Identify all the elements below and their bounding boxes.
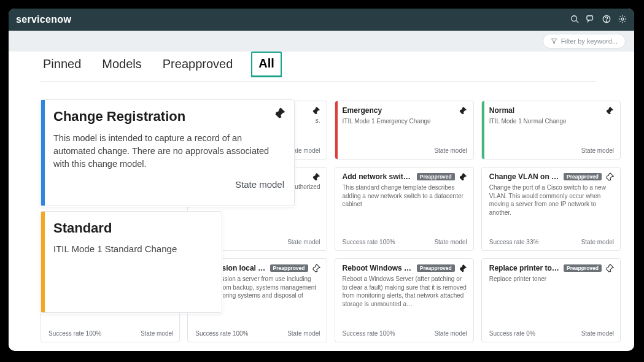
card-desc: ITIL Mode 1 Standard Change bbox=[53, 242, 212, 256]
card-desc: Change the port of a Cisco switch to a n… bbox=[489, 183, 614, 217]
gear-icon[interactable] bbox=[618, 15, 627, 25]
success-rate: Success rate 33% bbox=[489, 239, 539, 245]
card-title: Add network switch to … bbox=[343, 172, 413, 181]
card-desc: This standard change template describes … bbox=[343, 183, 467, 209]
brand-logo: servicenow bbox=[16, 14, 71, 25]
card-accent bbox=[335, 101, 338, 159]
pin-icon[interactable] bbox=[312, 264, 320, 272]
preapproved-badge: Preapproved bbox=[564, 264, 602, 272]
funnel-icon bbox=[551, 38, 557, 45]
magnified-card-change-registration[interactable]: Change Registration This model is intend… bbox=[41, 99, 295, 206]
svg-line-1 bbox=[576, 20, 579, 23]
card-desc: Replace printer toner bbox=[489, 275, 614, 283]
success-rate: Success rate 100% bbox=[343, 330, 395, 337]
card-title: Change VLAN on a Cisc… bbox=[489, 172, 560, 181]
pin-icon[interactable] bbox=[605, 172, 614, 181]
card-change-vlan[interactable]: Change VLAN on a Cisc… Preapproved Chang… bbox=[481, 167, 621, 251]
svg-rect-2 bbox=[587, 15, 593, 20]
preapproved-badge: Preapproved bbox=[564, 173, 602, 180]
pin-icon[interactable] bbox=[459, 106, 467, 115]
pin-icon[interactable] bbox=[459, 264, 467, 272]
magnified-card-standard[interactable]: Standard ITIL Mode 1 Standard Change bbox=[41, 211, 222, 313]
tabs: Pinned Models Preapproved All bbox=[41, 52, 596, 82]
preapproved-badge: Preapproved bbox=[417, 264, 455, 272]
state-model-link[interactable]: tate model bbox=[292, 147, 320, 154]
preapproved-badge: Preapproved bbox=[417, 173, 455, 180]
card-title: Replace printer toner bbox=[489, 264, 560, 272]
chat-icon[interactable] bbox=[586, 15, 595, 25]
card-reboot-windows[interactable]: Reboot Windows Server Preapproved Reboot… bbox=[335, 258, 474, 342]
tab-models[interactable]: Models bbox=[99, 52, 144, 77]
card-replace-toner[interactable]: Replace printer toner Preapproved Replac… bbox=[481, 258, 621, 342]
pin-icon[interactable] bbox=[274, 107, 286, 119]
card-desc: ITIL Mode 1 Normal Change bbox=[489, 117, 614, 126]
card-accent bbox=[41, 100, 45, 206]
filter-placeholder: Filter by keyword... bbox=[561, 37, 618, 45]
pin-icon[interactable] bbox=[312, 172, 320, 183]
success-rate: Success rate 0% bbox=[489, 330, 535, 337]
pin-icon[interactable] bbox=[605, 106, 614, 115]
search-icon[interactable] bbox=[570, 15, 579, 25]
state-model-link[interactable]: State model bbox=[434, 330, 467, 337]
state-model-link[interactable]: State model bbox=[287, 239, 320, 245]
card-title: Change Registration bbox=[53, 109, 185, 125]
card-title: Emergency bbox=[343, 106, 382, 115]
svg-point-0 bbox=[572, 15, 577, 21]
card-add-network-switch[interactable]: Add network switch to … Preapproved This… bbox=[335, 167, 474, 251]
card-desc: This model is intended to capture a reco… bbox=[53, 132, 284, 171]
card-desc: Reboot a Windows Server (after patching … bbox=[343, 275, 467, 308]
card-title: Standard bbox=[53, 220, 212, 236]
card-normal[interactable]: Normal ITIL Mode 1 Normal Change State m… bbox=[481, 101, 621, 160]
state-model-link[interactable]: State model bbox=[434, 239, 467, 245]
success-rate: Success rate 100% bbox=[343, 239, 395, 245]
pin-icon[interactable] bbox=[312, 106, 320, 117]
pin-icon[interactable] bbox=[459, 172, 467, 181]
card-desc: ITIL Mode 1 Emergency Change bbox=[343, 117, 467, 126]
preapproved-badge: Preapproved bbox=[270, 264, 308, 272]
state-model-link[interactable]: State model bbox=[434, 147, 467, 154]
success-rate: Success rate 100% bbox=[48, 330, 101, 337]
filter-input[interactable]: Filter by keyword... bbox=[543, 34, 626, 48]
svg-point-4 bbox=[606, 20, 607, 21]
tab-all[interactable]: All bbox=[251, 52, 282, 77]
state-model-link[interactable]: State model bbox=[287, 330, 320, 337]
card-accent bbox=[41, 212, 45, 312]
subbar: Filter by keyword... bbox=[9, 31, 634, 52]
state-model-link[interactable]: State model bbox=[581, 147, 614, 154]
state-model-link[interactable]: State model bbox=[581, 330, 614, 337]
state-model-link[interactable]: State model bbox=[581, 239, 614, 245]
card-title: Normal bbox=[489, 106, 514, 115]
tab-preapproved[interactable]: Preapproved bbox=[160, 52, 236, 77]
topbar: servicenow bbox=[9, 9, 634, 31]
card-emergency[interactable]: Emergency ITIL Mode 1 Emergency Change S… bbox=[335, 101, 474, 160]
tab-pinned[interactable]: Pinned bbox=[41, 52, 83, 77]
state-model-link[interactable]: State model bbox=[53, 179, 284, 190]
card-accent bbox=[482, 101, 484, 159]
state-model-link[interactable]: State model bbox=[141, 330, 173, 337]
card-title: Reboot Windows Server bbox=[343, 264, 413, 272]
success-rate: Success rate 100% bbox=[195, 330, 248, 337]
pin-icon[interactable] bbox=[605, 264, 614, 272]
help-icon[interactable] bbox=[602, 15, 611, 25]
svg-point-5 bbox=[621, 18, 624, 20]
